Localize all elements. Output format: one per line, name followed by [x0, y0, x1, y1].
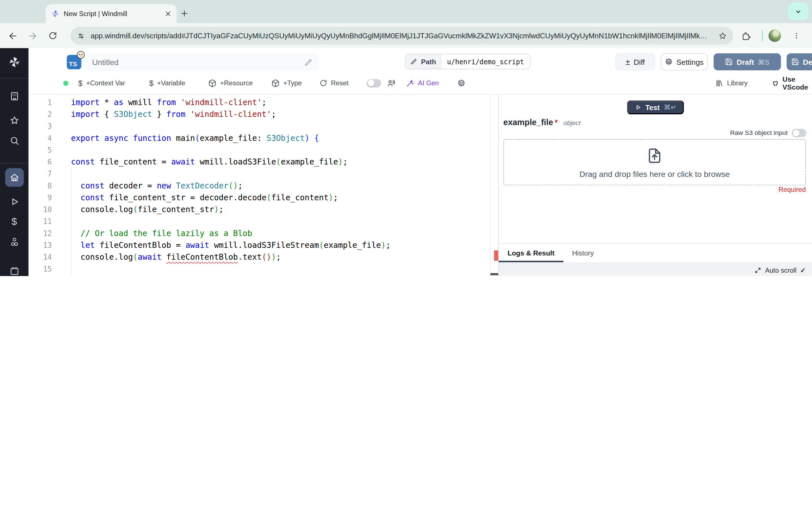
tab-history[interactable]: History [563, 244, 603, 262]
edit-title-pencil-icon[interactable] [304, 58, 313, 66]
code-text: const file_content_str = decoder.decode(… [52, 193, 338, 202]
search-icon [9, 135, 19, 146]
gear-icon [665, 58, 673, 66]
chevron-down-icon [795, 8, 802, 15]
chrome-separator [762, 28, 763, 43]
code-text: const decoder = new TextDecoder(); [52, 181, 243, 190]
raw-s3-toggle[interactable] [792, 129, 806, 137]
sidebar-item-runs[interactable] [5, 192, 23, 211]
required-asterisk: * [555, 118, 558, 127]
indent-guide [71, 168, 71, 275]
back-button[interactable] [5, 28, 20, 43]
file-upload-icon [646, 146, 663, 165]
code-line-4: 4export async function main(example_file… [29, 132, 490, 144]
browser-profile-button[interactable] [788, 3, 809, 20]
browser-tab[interactable]: New Script | Windmill [46, 4, 177, 23]
path-edit-section[interactable]: Path [405, 54, 441, 69]
draft-shortcut: ⌘S [758, 58, 769, 66]
schedules-icon [9, 266, 19, 276]
extensions-button[interactable] [741, 28, 751, 43]
library-button[interactable]: Library [715, 72, 748, 94]
raw-s3-toggle-row: Raw S3 object input [730, 129, 806, 137]
tab-logs-result[interactable]: Logs & Result [499, 244, 563, 262]
sidebar-item-search[interactable] [5, 131, 23, 150]
code-line-6: 6const file_content = await wmill.loadS3… [29, 156, 490, 168]
dollar-icon: $ [149, 79, 153, 87]
line-number: 4 [29, 134, 52, 142]
diff-button[interactable]: ± Diff [615, 53, 655, 70]
reset-icon [319, 79, 327, 87]
code-editor[interactable]: 1import * as wmill from 'windmill-client… [29, 95, 490, 276]
windmill-logo[interactable] [8, 55, 21, 69]
settings-button[interactable]: Settings [661, 53, 708, 70]
file-dropzone[interactable]: Drag and drop files here or click to bro… [503, 139, 806, 185]
editor-overview-ruler[interactable] [490, 95, 498, 276]
code-line-5: 5 [29, 144, 490, 156]
library-icon [715, 79, 723, 87]
forward-icon [28, 31, 38, 41]
line-number: 11 [29, 217, 52, 225]
sidebar-item-home[interactable] [5, 168, 23, 187]
site-settings-icon[interactable] [77, 31, 86, 40]
forward-button[interactable] [25, 28, 40, 43]
address-bar[interactable]: app.windmill.dev/scripts/add#JTdCJTIyaGF… [70, 27, 733, 45]
code-text: let fileContentBlob = await wmill.loadS3… [52, 240, 391, 249]
back-icon [8, 31, 17, 41]
test-button[interactable]: Test ⌘↵ [627, 100, 684, 114]
package-icon [271, 79, 280, 87]
add-variable-button[interactable]: $ +Variable [149, 72, 185, 94]
code-line-10: 10 console.log(file_content_str); [29, 203, 490, 215]
tab-close-icon[interactable] [165, 10, 171, 17]
line-number: 8 [29, 181, 52, 189]
edit-path-pencil-icon[interactable] [410, 58, 417, 65]
expand-icon[interactable] [755, 267, 762, 274]
sidebar-item-favorites[interactable] [5, 111, 23, 130]
auto-scroll-label: Auto scroll [765, 267, 797, 274]
line-number: 5 [29, 146, 52, 154]
new-tab-button[interactable] [176, 5, 193, 22]
code-text: // Or load the file lazily as a Blob [52, 228, 252, 238]
draft-button[interactable]: Draft ⌘S [714, 53, 781, 70]
line-number: 2 [29, 110, 52, 118]
bookmark-star-icon[interactable] [718, 31, 727, 40]
editor-settings-button[interactable] [457, 72, 465, 94]
add-resource-button[interactable]: +Resource [208, 72, 253, 94]
multiplayer-toggle[interactable] [366, 72, 381, 94]
script-path-group[interactable]: Path u/henri/demo_script [405, 54, 530, 69]
code-text: const file_content = await wmill.loadS3F… [52, 157, 348, 166]
browser-menu-button[interactable] [792, 28, 801, 43]
reset-button[interactable]: Reset [319, 72, 349, 94]
argument-row: example_file * object [503, 118, 580, 127]
line-number: 6 [29, 158, 52, 166]
code-text: console.log(await fileContentBlob.text()… [52, 252, 281, 262]
profile-avatar[interactable] [769, 28, 781, 43]
use-vscode-button[interactable]: Use VScode [770, 72, 812, 94]
code-line-16: 16} [29, 275, 490, 276]
script-title-field[interactable]: Untitled [86, 53, 319, 71]
tab-title: New Script | Windmill [64, 10, 160, 18]
sidebar-item-variables[interactable]: $ [5, 212, 23, 231]
add-type-button[interactable]: +Type [271, 72, 302, 94]
auto-scroll-control[interactable]: Auto scroll ✓ [755, 267, 806, 274]
code-line-1: 1import * as wmill from 'windmill-client… [29, 96, 490, 108]
logs-area: Auto scroll ✓ No logs are available yet [499, 262, 812, 276]
line-number: 3 [29, 122, 52, 130]
gear-icon [457, 79, 465, 87]
multiplayer-icon [387, 72, 396, 94]
add-context-var-button[interactable]: $ +Context Var [78, 72, 125, 94]
browser-tab-strip: New Script | Windmill [0, 0, 812, 23]
ai-gen-button[interactable]: AI Gen [406, 72, 439, 94]
browser-toolbar: app.windmill.dev/scripts/add#JTdCJTIyaGF… [0, 23, 812, 48]
sidebar-item-workspace[interactable] [5, 87, 23, 106]
reload-button[interactable] [45, 28, 61, 43]
sidebar-item-schedules[interactable] [5, 262, 23, 276]
check-icon: ✓ [800, 267, 806, 274]
line-number: 1 [29, 98, 52, 106]
deploy-button[interactable]: Deploy [786, 53, 812, 70]
argument-type: object [563, 119, 580, 127]
status-dot [63, 81, 68, 86]
dropzone-label: Drag and drop files here or click to bro… [579, 170, 730, 179]
sidebar-item-resources[interactable] [5, 233, 23, 251]
favorites-icon [9, 115, 19, 126]
variables-icon: $ [11, 217, 17, 226]
